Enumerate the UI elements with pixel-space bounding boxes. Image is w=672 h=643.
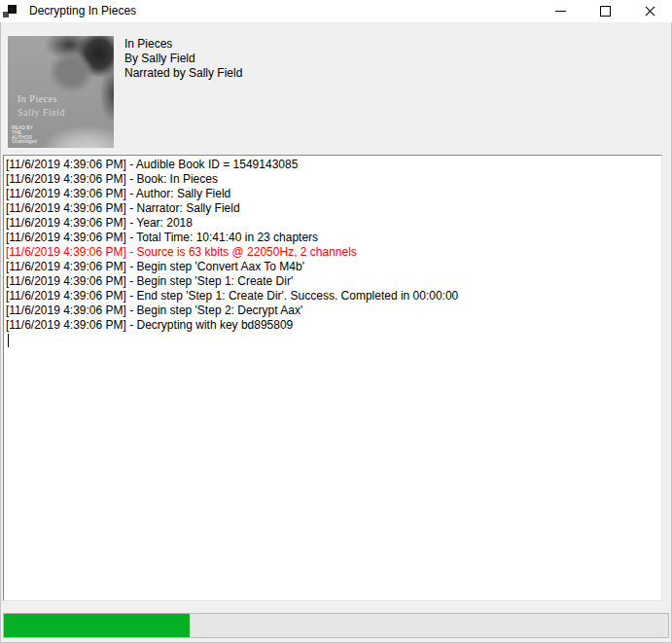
cover-title-text: In Pieces	[18, 93, 57, 104]
cover-author-text: Sally Field	[18, 107, 65, 118]
log-line: [11/6/2019 4:39:06 PM] - Author: Sally F…	[6, 187, 659, 201]
close-icon	[644, 5, 656, 18]
text-caret	[8, 334, 9, 347]
minimize-icon	[555, 11, 566, 12]
cover-edition-badge: Unabridged	[12, 138, 37, 144]
progress-fill	[4, 614, 190, 637]
close-button[interactable]	[627, 0, 672, 22]
log-line: [11/6/2019 4:39:06 PM] - Begin step 'Ste…	[6, 304, 659, 318]
log-line: [11/6/2019 4:39:06 PM] - Begin step 'Con…	[6, 260, 659, 274]
log-line: [11/6/2019 4:39:06 PM] - Decrypting with…	[6, 318, 659, 333]
log-textbox[interactable]: [11/6/2019 4:39:06 PM] - Audible Book ID…	[3, 155, 662, 601]
log-line: [11/6/2019 4:39:06 PM] - Begin step 'Ste…	[6, 274, 659, 289]
minimize-button[interactable]	[538, 0, 583, 22]
log-line: [11/6/2019 4:39:06 PM] - End step 'Step …	[6, 289, 659, 304]
log-line: [11/6/2019 4:39:06 PM] - Total Time: 10:…	[6, 231, 659, 245]
log-line: [11/6/2019 4:39:06 PM] - Source is 63 kb…	[6, 245, 659, 260]
book-cover-image: In Pieces Sally Field READ BY THE AUTHOR…	[8, 36, 114, 148]
maximize-button[interactable]	[583, 0, 627, 22]
book-author: By Sally Field	[124, 52, 242, 66]
book-info: In Pieces By Sally Field Narrated by Sal…	[124, 37, 242, 81]
app-icon	[3, 5, 17, 18]
book-title: In Pieces	[124, 37, 242, 52]
log-line: [11/6/2019 4:39:06 PM] - Audible Book ID…	[6, 158, 659, 172]
window-title: Decrypting In Pieces	[29, 0, 136, 22]
book-narrator: Narrated by Sally Field	[124, 66, 242, 81]
title-bar[interactable]: Decrypting In Pieces	[0, 0, 672, 22]
app-window: Decrypting In Pieces In Pieces Sally Fie…	[0, 0, 672, 643]
log-line: [11/6/2019 4:39:06 PM] - Narrator: Sally…	[6, 201, 659, 216]
progress-bar	[3, 613, 669, 638]
app-icon-large-square	[8, 5, 17, 14]
log-line: [11/6/2019 4:39:06 PM] - Book: In Pieces	[6, 172, 659, 187]
maximize-icon	[600, 6, 611, 17]
log-line: [11/6/2019 4:39:06 PM] - Year: 2018	[6, 216, 659, 231]
caption-buttons	[538, 0, 672, 22]
